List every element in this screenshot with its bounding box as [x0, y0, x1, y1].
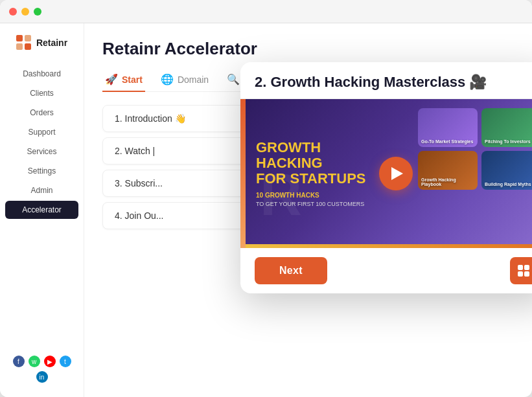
grid-sq-3	[518, 271, 523, 277]
browser-titlebar	[0, 0, 532, 23]
overlay-title: 2. Growth Hacking Masterclass 🎥	[255, 74, 532, 91]
tab-start-label: Start	[122, 74, 143, 85]
sidebar-logo: Retainr	[8, 35, 75, 51]
video-title-line1: GROWTH HACKING	[256, 139, 323, 171]
video-desc: TO GET YOUR FIRST 100 CUSTOMERS	[256, 201, 370, 207]
grid-sq-4	[524, 271, 529, 277]
linkedin-icon[interactable]: in	[36, 371, 48, 383]
mini-card-3: Growth Hacking Playbook	[418, 151, 478, 190]
grid-icon	[518, 265, 529, 277]
start-icon: 🚀	[105, 73, 118, 85]
video-title-line2: FOR STARTUPS	[256, 170, 365, 187]
sidebar-item-support[interactable]: Support	[0, 123, 84, 141]
minimize-dot[interactable]	[21, 8, 29, 16]
video-text-block: GROWTH HACKING FOR STARTUPS 10 GROWTH HA…	[240, 127, 383, 221]
niche-icon: 🔍	[227, 73, 240, 85]
play-button[interactable]	[379, 157, 413, 190]
overlay-footer: Next	[240, 248, 532, 293]
mini-card-3-label: Growth Hacking Playbook	[421, 177, 474, 187]
video-main-title: GROWTH HACKING FOR STARTUPS	[256, 140, 370, 187]
logo-text: Retainr	[36, 38, 67, 48]
video-subtitle: 10 GROWTH HACKS	[256, 192, 370, 199]
grid-icon-button[interactable]	[510, 257, 532, 284]
sidebar-social: f w ▶ t in	[0, 349, 84, 389]
cards-grid: Go-To Market Strategies Pitching To Inve…	[418, 108, 532, 190]
sidebar-nav: Dashboard Clients Orders Support Service…	[0, 65, 84, 219]
sidebar-item-admin[interactable]: Admin	[0, 181, 84, 199]
grid-sq-1	[518, 265, 523, 270]
sidebar: Retainr Dashboard Clients Orders Support…	[0, 23, 84, 397]
logo-icon	[16, 35, 32, 51]
overlay-card: 2. Growth Hacking Masterclass 🎥 GROWTH H…	[240, 62, 532, 293]
sidebar-item-settings[interactable]: Settings	[0, 162, 84, 180]
mini-card-2-label: Pitching To Investors	[485, 139, 532, 144]
tab-domain-label: Domain	[178, 74, 209, 85]
logo-sq-2	[25, 35, 31, 41]
whatsapp-icon[interactable]: w	[29, 356, 40, 367]
video-container: GROWTH HACKING FOR STARTUPS 10 GROWTH HA…	[240, 99, 532, 248]
sidebar-item-clients[interactable]: Clients	[0, 84, 84, 102]
sidebar-item-accelerator[interactable]: Accelerator	[5, 201, 78, 219]
mini-card-1: Go-To Market Strategies	[418, 108, 478, 147]
domain-icon: 🌐	[161, 73, 174, 85]
sidebar-item-services[interactable]: Services	[0, 142, 84, 161]
twitter-icon[interactable]: t	[60, 356, 71, 367]
mini-card-1-label: Go-To Market Strategies	[421, 139, 474, 144]
facebook-icon[interactable]: f	[13, 356, 25, 367]
tab-domain[interactable]: 🌐 Domain	[158, 68, 211, 92]
tab-start[interactable]: 🚀 Start	[102, 68, 145, 92]
video-accent-bottom	[246, 244, 532, 248]
mini-card-4: Building Rapid Myths	[481, 151, 532, 190]
browser-window: Retainr Dashboard Clients Orders Support…	[0, 0, 532, 397]
maximize-dot[interactable]	[34, 8, 41, 16]
overlay-header: 2. Growth Hacking Masterclass 🎥	[240, 62, 532, 99]
grid-sq-2	[524, 265, 529, 270]
sidebar-item-orders[interactable]: Orders	[0, 104, 84, 122]
page-title: Retainr Accelerator	[102, 39, 514, 59]
next-button[interactable]: Next	[255, 257, 327, 284]
close-dot[interactable]	[9, 8, 17, 16]
mini-card-4-label: Building Rapid Myths	[485, 182, 532, 187]
sidebar-item-dashboard[interactable]: Dashboard	[0, 65, 84, 83]
mini-card-2: Pitching To Investors	[481, 108, 532, 147]
play-triangle-icon	[391, 167, 403, 180]
logo-sq-3	[16, 43, 23, 50]
logo-sq-1	[16, 35, 23, 41]
youtube-icon[interactable]: ▶	[44, 356, 56, 367]
main-content: Retainr Accelerator 🚀 Start 🌐 Domain 🔍 N…	[84, 23, 532, 397]
logo-sq-4	[25, 43, 31, 50]
